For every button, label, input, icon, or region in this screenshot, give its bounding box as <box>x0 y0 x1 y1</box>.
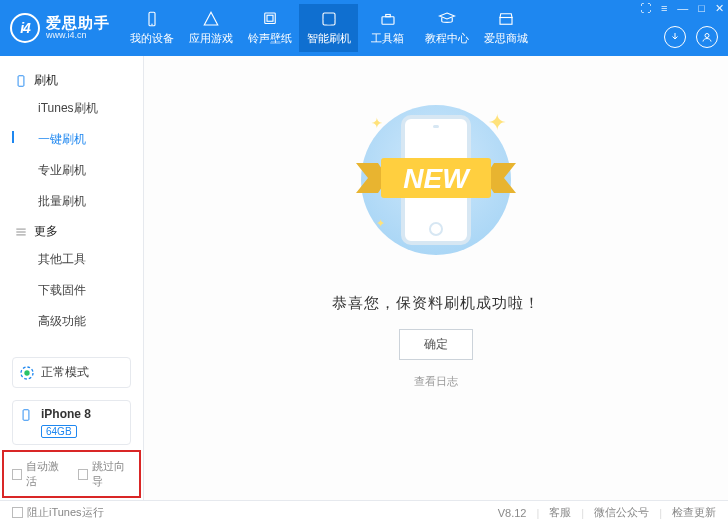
main-nav: 我的设备 应用游戏 铃声壁纸 智能刷机 工具箱 教程中心 爱思商城 <box>122 4 535 52</box>
section-title: 更多 <box>34 223 58 240</box>
sidebar-item-advanced[interactable]: 高级功能 <box>0 306 143 337</box>
success-illustration: ✦ ✦ ✦ NEW <box>326 80 546 280</box>
phone-icon <box>14 74 28 88</box>
logo: i4 爱思助手 www.i4.cn <box>10 13 110 43</box>
status-icon <box>19 365 35 381</box>
svg-rect-6 <box>385 15 390 17</box>
nav-label: 教程中心 <box>425 31 469 46</box>
flash-icon <box>320 10 338 28</box>
wechat-link[interactable]: 微信公众号 <box>594 505 649 520</box>
device-card[interactable]: iPhone 8 64GB <box>12 400 131 445</box>
version-label: V8.12 <box>498 507 527 519</box>
logo-icon: i4 <box>10 13 40 43</box>
sidebar-item-pro[interactable]: 专业刷机 <box>0 155 143 186</box>
nav-tutorials[interactable]: 教程中心 <box>417 4 476 52</box>
sidebar-item-batch[interactable]: 批量刷机 <box>0 186 143 217</box>
cb-label: 跳过向导 <box>92 459 131 489</box>
window-controls: ⛶ ≡ — □ ✕ <box>640 2 724 15</box>
cart-icon[interactable]: ⛶ <box>640 2 651 15</box>
app-header: i4 爱思助手 www.i4.cn 我的设备 应用游戏 铃声壁纸 智能刷机 工具… <box>0 0 728 56</box>
nav-store[interactable]: 爱思商城 <box>476 4 535 52</box>
svg-point-14 <box>24 370 29 375</box>
svg-rect-15 <box>23 410 29 421</box>
nav-label: 智能刷机 <box>307 31 351 46</box>
tutorials-icon <box>438 10 456 28</box>
svg-rect-3 <box>267 15 273 21</box>
sidebar-item-oneclick[interactable]: 一键刷机 <box>0 124 143 155</box>
maximize-icon[interactable]: □ <box>698 2 705 15</box>
apps-icon <box>202 10 220 28</box>
svg-rect-7 <box>500 18 512 25</box>
svg-point-8 <box>705 34 709 38</box>
menu-icon[interactable]: ≡ <box>661 2 667 15</box>
checkbox-skip-guide[interactable]: 跳过向导 <box>78 459 132 489</box>
view-log-link[interactable]: 查看日志 <box>414 374 458 389</box>
device-storage: 64GB <box>41 425 77 438</box>
device-icon <box>143 10 161 28</box>
svg-rect-9 <box>18 75 24 86</box>
status-label: 正常模式 <box>41 364 89 381</box>
section-title: 刷机 <box>34 72 58 89</box>
options-row: 自动激活 跳过向导 <box>2 450 141 498</box>
nav-flash[interactable]: 智能刷机 <box>299 4 358 52</box>
cb-label: 自动激活 <box>26 459 65 489</box>
brand-name: 爱思助手 <box>46 15 110 32</box>
minimize-icon[interactable]: — <box>677 2 688 15</box>
ok-button[interactable]: 确定 <box>399 329 473 360</box>
congrats-text: 恭喜您，保资料刷机成功啦！ <box>332 294 540 313</box>
sidebar-item-itunes[interactable]: iTunes刷机 <box>0 93 143 124</box>
sidebar-section-flash: 刷机 <box>0 66 143 93</box>
ringtones-icon <box>261 10 279 28</box>
sidebar-item-firmware[interactable]: 下载固件 <box>0 275 143 306</box>
new-ribbon: NEW <box>336 138 536 222</box>
header-actions <box>664 26 718 48</box>
checkbox-auto-activate[interactable]: 自动激活 <box>12 459 66 489</box>
main-content: ✦ ✦ ✦ NEW 恭喜您，保资料刷机成功啦！ 确定 查看日志 <box>144 56 728 500</box>
checkbox-block-itunes[interactable]: 阻止iTunes运行 <box>12 505 104 520</box>
device-name: iPhone 8 <box>41 407 91 421</box>
nav-label: 铃声壁纸 <box>248 31 292 46</box>
store-icon <box>497 10 515 28</box>
nav-apps[interactable]: 应用游戏 <box>181 4 240 52</box>
nav-label: 爱思商城 <box>484 31 528 46</box>
support-link[interactable]: 客服 <box>549 505 571 520</box>
sidebar: 刷机 iTunes刷机 一键刷机 专业刷机 批量刷机 更多 其他工具 下载固件 … <box>0 56 144 500</box>
profile-icon[interactable] <box>696 26 718 48</box>
brand-url: www.i4.cn <box>46 31 110 41</box>
status-bar: 阻止iTunes运行 V8.12 | 客服 | 微信公众号 | 检查更新 <box>0 500 728 524</box>
sidebar-section-more: 更多 <box>0 217 143 244</box>
cb-label: 阻止iTunes运行 <box>27 505 104 520</box>
svg-rect-5 <box>382 17 394 25</box>
more-icon <box>14 225 28 239</box>
nav-ringtones[interactable]: 铃声壁纸 <box>240 4 299 52</box>
nav-device[interactable]: 我的设备 <box>122 4 181 52</box>
nav-toolbox[interactable]: 工具箱 <box>358 4 417 52</box>
download-icon[interactable] <box>664 26 686 48</box>
nav-label: 工具箱 <box>371 31 404 46</box>
sidebar-item-other[interactable]: 其他工具 <box>0 244 143 275</box>
nav-label: 我的设备 <box>130 31 174 46</box>
update-link[interactable]: 检查更新 <box>672 505 716 520</box>
mode-status[interactable]: 正常模式 <box>12 357 131 388</box>
phone-icon <box>19 407 33 423</box>
close-icon[interactable]: ✕ <box>715 2 724 15</box>
toolbox-icon <box>379 10 397 28</box>
nav-label: 应用游戏 <box>189 31 233 46</box>
svg-text:NEW: NEW <box>403 163 471 194</box>
